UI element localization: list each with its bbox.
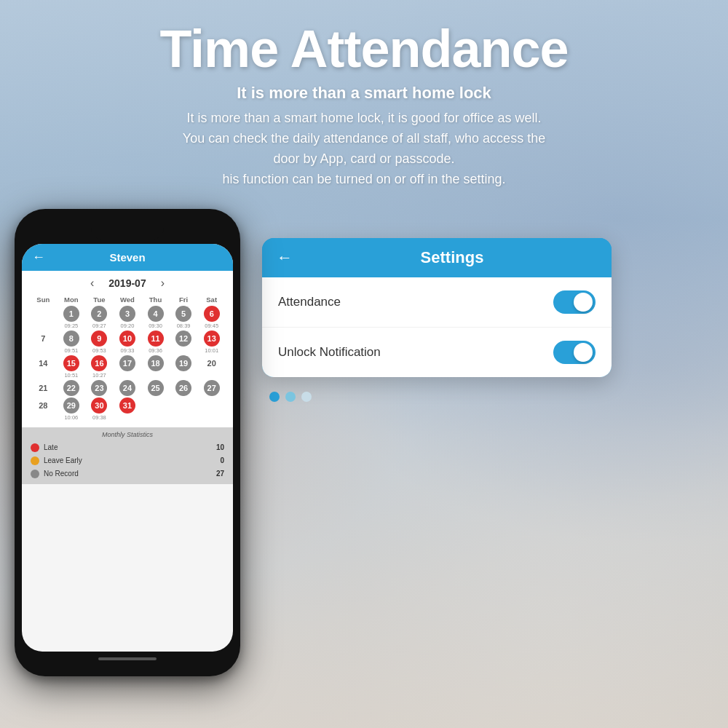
monthly-stats-title: Monthly Statistics xyxy=(31,431,224,438)
settings-title: Settings xyxy=(307,248,597,267)
pagination-dot-2[interactable] xyxy=(285,392,296,402)
table-row: 17 xyxy=(114,355,142,379)
unlock-notification-toggle-knob xyxy=(574,343,593,362)
table-row: 309:20 xyxy=(114,305,142,330)
table-row xyxy=(141,397,170,422)
unlock-notification-toggle[interactable] xyxy=(553,341,596,364)
attendance-toggle-knob xyxy=(574,293,593,312)
phone-mockup: ← Steven ‹ 2019-07 › Sun Mon xyxy=(15,209,240,676)
leave-early-value: 0 xyxy=(220,456,224,464)
table-row: 609:45 xyxy=(197,305,226,330)
day-header-sat: Sat xyxy=(197,294,226,305)
table-row: 31 xyxy=(114,397,142,422)
table-row: 19 xyxy=(170,355,198,379)
calendar-section: ‹ 2019-07 › Sun Mon Tue Wed Thu xyxy=(22,271,233,427)
table-row: 26 xyxy=(170,379,198,397)
late-label: Late xyxy=(44,443,58,451)
settings-header: ← Settings xyxy=(262,238,612,277)
table-row: 109:25 xyxy=(58,305,86,330)
day-header-tue: Tue xyxy=(85,294,114,305)
stat-row-late: Late 10 xyxy=(31,441,224,454)
no-record-dot xyxy=(31,470,39,478)
phone-home-bar xyxy=(98,657,157,660)
table-row: 809:51 xyxy=(58,330,86,355)
table-row: 27 xyxy=(197,379,226,397)
settings-back-button[interactable]: ← xyxy=(277,248,293,267)
monthly-stats: Monthly Statistics Late 10 Leave Early xyxy=(22,427,233,484)
table-row: 2910:06 xyxy=(58,397,86,422)
settings-card: ← Settings Attendance Unlock Notificatio… xyxy=(262,238,612,377)
stat-row-no-record: No Record 27 xyxy=(31,467,224,480)
calendar-nav: ‹ 2019-07 › xyxy=(29,277,226,290)
day-header-mon: Mon xyxy=(58,294,86,305)
table-row: 28 xyxy=(29,397,58,422)
table-row: 909:53 xyxy=(85,330,114,355)
day-header-fri: Fri xyxy=(170,294,198,305)
table-row: 508:39 xyxy=(170,305,198,330)
calendar-grid: Sun Mon Tue Wed Thu Fri Sat xyxy=(29,294,226,422)
stat-row-leave-early: Leave Early 0 xyxy=(31,454,224,467)
table-row: 1009:33 xyxy=(114,330,142,355)
attendance-row: Attendance xyxy=(262,277,612,328)
table-row: 1310:01 xyxy=(197,330,226,355)
table-row: 3009:38 xyxy=(85,397,114,422)
settings-body: Attendance Unlock Notification xyxy=(262,277,612,377)
app-title: Steven xyxy=(109,251,145,264)
table-row: 409:30 xyxy=(141,305,170,330)
table-row xyxy=(170,397,198,422)
table-row: 21 xyxy=(29,379,58,397)
unlock-notification-row: Unlock Notification xyxy=(262,328,612,377)
day-header-sun: Sun xyxy=(29,294,58,305)
table-row: 18 xyxy=(141,355,170,379)
pagination-dot-1[interactable] xyxy=(269,392,280,402)
day-header-wed: Wed xyxy=(114,294,142,305)
phone-screen: ← Steven ‹ 2019-07 › Sun Mon xyxy=(22,244,233,652)
late-dot xyxy=(31,443,39,452)
table-row: 14 xyxy=(29,355,58,379)
late-value: 10 xyxy=(216,443,224,451)
attendance-label: Attendance xyxy=(278,295,341,309)
table-row: 1610:27 xyxy=(85,355,114,379)
table-row: 23 xyxy=(85,379,114,397)
attendance-toggle[interactable] xyxy=(553,290,596,314)
next-month-button[interactable]: › xyxy=(161,277,165,290)
table-row: 7 xyxy=(29,330,58,355)
calendar-month: 2019-07 xyxy=(108,277,146,289)
subtitle-desc: It is more than a smart home lock, it is… xyxy=(29,108,699,190)
day-header-thu: Thu xyxy=(141,294,170,305)
leave-early-label: Leave Early xyxy=(44,456,82,464)
table-row: 12 xyxy=(170,330,198,355)
lower-section: ← Steven ‹ 2019-07 › Sun Mon xyxy=(0,202,728,676)
table-row: 209:27 xyxy=(85,305,114,330)
phone-notch xyxy=(91,222,164,240)
pagination-dot-3[interactable] xyxy=(301,392,312,402)
table-row: 22 xyxy=(58,379,86,397)
pagination-dots xyxy=(269,392,312,402)
table-row: 24 xyxy=(114,379,142,397)
table-row xyxy=(29,305,58,330)
right-panel: ← Settings Attendance Unlock Notificatio… xyxy=(262,209,706,402)
table-row: 1109:36 xyxy=(141,330,170,355)
main-title: Time Attendance xyxy=(29,20,699,78)
no-record-label: No Record xyxy=(44,470,79,478)
subtitle-bold: It is more than a smart home lock xyxy=(29,84,699,103)
table-row: 20 xyxy=(197,355,226,379)
table-row xyxy=(197,397,226,422)
table-row: 25 xyxy=(141,379,170,397)
app-header: ← Steven xyxy=(22,244,233,271)
header-section: Time Attendance It is more than a smart … xyxy=(0,0,728,202)
unlock-notification-label: Unlock Notification xyxy=(278,345,381,360)
prev-month-button[interactable]: ‹ xyxy=(90,277,94,290)
leave-early-dot xyxy=(31,456,39,465)
no-record-value: 27 xyxy=(216,470,224,478)
app-back-icon[interactable]: ← xyxy=(32,250,45,265)
table-row: 1510:51 xyxy=(58,355,86,379)
